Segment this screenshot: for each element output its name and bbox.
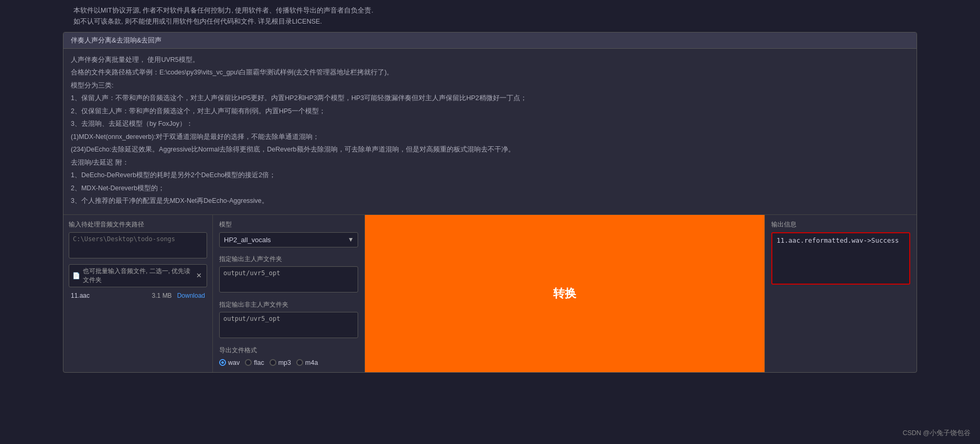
format-flac-label: flac [254, 359, 264, 366]
desc-line-2: 模型分为三类: [71, 80, 909, 92]
model-settings-column: 模型 HP2_all_vocalsHP3_all_vocalsHP5_only_… [213, 215, 365, 372]
format-flac[interactable]: flac [245, 359, 264, 366]
close-upload-button[interactable]: ✕ [195, 272, 203, 279]
folder-path-input[interactable] [69, 232, 207, 258]
desc-line-7: (234)DeEcho:去除延迟效果。Aggressive比Normal去除得更… [71, 144, 909, 156]
format-options: wav flac mp3 m4a [219, 359, 358, 366]
desc-line-9: 1、DeEcho-DeReverb模型的耗时是另外2个DeEcho模型的接近2倍… [71, 169, 909, 181]
file-upload-row: 📄 也可批量输入音频文件, 二选一, 优先读文件夹 ✕ [69, 264, 207, 287]
convert-button[interactable]: 转换 [365, 215, 764, 372]
notice-line2: 如不认可该条款, 则不能使用或引用软件包内任何代码和文件. 详见根目录LICEN… [73, 16, 907, 27]
model-label: 模型 [219, 220, 358, 229]
desc-line-8: 去混响/去延迟 附： [71, 157, 909, 169]
format-mp3-label: mp3 [278, 359, 291, 366]
panel-description: 人声伴奏分离批量处理， 使用UVR5模型。 合格的文件夹路径格式举例：E:\co… [63, 49, 917, 215]
format-m4a[interactable]: m4a [296, 359, 318, 366]
file-icon: 📄 [72, 272, 80, 279]
desc-line-0: 人声伴奏分离批量处理， 使用UVR5模型。 [71, 54, 909, 66]
file-row: 11.aac 3.1 MB Download [69, 290, 207, 301]
vocal-output-label: 指定输出主人声文件夹 [219, 255, 358, 264]
export-format-label: 导出文件格式 [219, 346, 358, 355]
desc-line-6: (1)MDX-Net(onnx_dereverb):对于双通道混响是最好的选择，… [71, 131, 909, 143]
non-vocal-output-label: 指定输出非主人声文件夹 [219, 300, 358, 309]
output-info-column: 输出信息 [764, 215, 917, 372]
file-size: 3.1 MB [152, 292, 172, 299]
desc-line-10: 2、MDX-Net-Dereverb模型的； [71, 182, 909, 194]
desc-line-4: 2、仅保留主人声：带和声的音频选这个，对主人声可能有削弱。内置HP5一个模型； [71, 105, 909, 117]
output-info-label: 输出信息 [771, 220, 910, 229]
desc-line-11: 3、个人推荐的最干净的配置是先MDX-Net再DeEcho-Aggressive… [71, 195, 909, 207]
footer-credit: CSDN @小兔子饶包谷 [902, 429, 971, 438]
desc-line-5: 3、去混响、去延迟模型（by FoxJoy）： [71, 118, 909, 130]
top-notice: 本软件以MIT协议开源, 作者不对软件具备任何控制力, 使用软件者、传播软件导出… [0, 0, 980, 32]
panel-title: 伴奏人声分离&去混响&去回声 [63, 33, 917, 49]
file-input-label: 输入待处理音频文件夹路径 [69, 220, 207, 229]
model-select-wrap: HP2_all_vocalsHP3_all_vocalsHP5_only_mai… [219, 232, 358, 247]
model-select[interactable]: HP2_all_vocalsHP3_all_vocalsHP5_only_mai… [219, 232, 358, 247]
download-link[interactable]: Download [177, 292, 205, 299]
vocal-output-input[interactable] [219, 266, 358, 293]
notice-line1: 本软件以MIT协议开源, 作者不对软件具备任何控制力, 使用软件者、传播软件导出… [73, 5, 907, 16]
format-mp3[interactable]: mp3 [270, 359, 291, 366]
main-panel: 伴奏人声分离&去混响&去回声 人声伴奏分离批量处理， 使用UVR5模型。 合格的… [63, 32, 917, 373]
output-info-textarea[interactable] [771, 232, 910, 285]
format-radio-mp3 [270, 359, 276, 366]
panel-body: 输入待处理音频文件夹路径 📄 也可批量输入音频文件, 二选一, 优先读文件夹 ✕… [63, 215, 917, 372]
non-vocal-output-input[interactable] [219, 312, 358, 338]
format-m4a-label: m4a [305, 359, 318, 366]
folder-input-wrap [69, 232, 207, 260]
file-input-column: 输入待处理音频文件夹路径 📄 也可批量输入音频文件, 二选一, 优先读文件夹 ✕… [63, 215, 213, 372]
format-wav[interactable]: wav [219, 359, 240, 366]
convert-button-label: 转换 [553, 286, 576, 301]
desc-line-1: 合格的文件夹路径格式举例：E:\codes\py39\vits_vc_gpu\白… [71, 67, 909, 79]
format-radio-flac [245, 359, 252, 366]
file-name: 11.aac [71, 292, 152, 299]
format-wav-label: wav [228, 359, 240, 366]
file-upload-label: 也可批量输入音频文件, 二选一, 优先读文件夹 [83, 267, 195, 285]
format-radio-m4a [296, 359, 303, 366]
format-radio-wav [219, 359, 226, 366]
desc-line-3: 1、保留人声：不带和声的音频选这个，对主人声保留比HP5更好。内置HP2和HP3… [71, 92, 909, 104]
